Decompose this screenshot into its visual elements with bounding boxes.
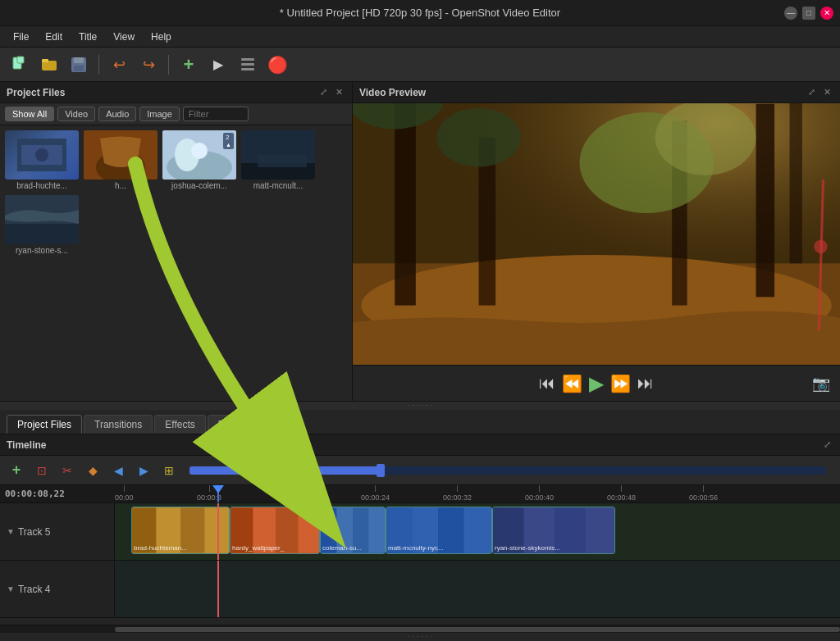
window-controls: — □ ✕ (784, 7, 833, 20)
svg-rect-8 (241, 63, 254, 66)
center-button[interactable]: ⊞ (158, 460, 180, 481)
media-item-joshua-label: joshua-colem... (162, 181, 236, 190)
rewind-button[interactable]: ⏪ (559, 372, 586, 395)
video-preview-header: Video Preview ⤢ ✕ (353, 82, 840, 103)
add-marker-button[interactable]: ◆ (81, 460, 104, 481)
new-button[interactable] (7, 52, 33, 78)
audio-tab[interactable]: Audio (98, 107, 136, 121)
timeline-header: Timeline ⤢ (0, 434, 840, 456)
project-files-panel: Project Files ⤢ ✕ Show All Video Audio I… (0, 82, 353, 401)
image-tab[interactable]: Image (139, 107, 180, 121)
window-title: * Untitled Project [HD 720p 30 fps] - Op… (280, 7, 560, 19)
playhead-triangle (212, 485, 224, 493)
tab-transitions[interactable]: Transitions (84, 415, 153, 434)
panel-expand-button[interactable]: ⤢ (317, 86, 330, 98)
magnetic-button[interactable]: ⊡ (30, 460, 53, 481)
preview-panel-controls: ⤢ ✕ (806, 86, 833, 98)
track-row-4: ▼ Track 4 (0, 561, 840, 618)
svg-rect-9 (241, 68, 254, 70)
open-button[interactable] (36, 52, 62, 78)
toolbar-sep-2 (168, 55, 169, 75)
video-preview-title: Video Preview (359, 87, 426, 98)
save-button[interactable] (66, 52, 92, 78)
video-tab[interactable]: Video (57, 107, 95, 121)
video-preview-panel: Video Preview ⤢ ✕ (353, 82, 840, 401)
project-files-header: Project Files ⤢ ✕ (0, 82, 352, 103)
timebar-ruler: 00:00 00:00:8 00:00:16 00:00:24 (115, 485, 840, 502)
timeline-expand-button[interactable]: ⤢ (821, 439, 833, 451)
clip-brad[interactable]: brad-huchteman... (131, 507, 230, 554)
add-clip-button[interactable]: + (176, 52, 202, 78)
media-item-brad-label: brad-huchte... (5, 181, 79, 190)
filter-bar: Show All Video Audio Image (0, 103, 352, 125)
scrollbar-thumb[interactable] (115, 627, 840, 632)
media-item-ryan[interactable]: ryan-stone-s... (5, 195, 79, 255)
play-button[interactable]: ▶ (586, 371, 607, 397)
clip-ryan[interactable]: ryan-stone-skykomis... (492, 507, 615, 554)
media-item-joshua[interactable]: 2▲ joshua-colem... (162, 130, 236, 190)
menu-file[interactable]: File (7, 30, 35, 44)
play-preview-button[interactable]: ▶ (205, 52, 231, 78)
track-4-arrow: ▼ (7, 584, 15, 593)
media-item-hardy[interactable]: h... (84, 130, 158, 190)
clip-matt[interactable]: matt-mcnulty-nyc... (386, 507, 492, 554)
track-4-name: Track 4 (18, 584, 51, 595)
media-item-brad[interactable]: brad-huchte... (5, 130, 79, 190)
close-button[interactable]: ✕ (820, 7, 833, 20)
panel-close-button[interactable]: ✕ (333, 86, 345, 98)
panel-header-controls: ⤢ ✕ (317, 86, 345, 98)
minimize-button[interactable]: — (784, 7, 797, 20)
tab-effects[interactable]: Effects (154, 415, 205, 434)
preview-close-button[interactable]: ✕ (821, 86, 833, 98)
bottom-divider[interactable]: · · · · · · (0, 633, 840, 641)
track-5-arrow: ▼ (7, 527, 15, 536)
jump-start-button[interactable]: ⏮ (536, 372, 559, 394)
svg-rect-5 (74, 57, 84, 63)
clip-coleman[interactable]: coleman-su... (320, 507, 386, 554)
track-4-content[interactable] (115, 561, 840, 617)
cut-button[interactable]: ✂ (56, 460, 79, 481)
timeline-scrollbar[interactable] (0, 625, 840, 633)
undo-button[interactable]: ↩ (106, 52, 132, 78)
timeline-section: Timeline ⤢ + ⊡ ✂ ◆ ◀ ▶ ⊞ (0, 434, 840, 641)
media-item-hardy-label: h... (84, 181, 158, 190)
fast-forward-button[interactable]: ⏩ (607, 372, 634, 395)
track-5-content[interactable]: brad-huchteman... (115, 503, 840, 560)
menu-view[interactable]: View (107, 30, 141, 44)
toolbar: ↩ ↪ + ▶ 🔴 (0, 48, 840, 82)
track-5-name: Track 5 (18, 526, 51, 538)
bottom-tabs: Project Files Transitions Effects Emojis (0, 410, 840, 434)
timeline-toolbar: + ⊡ ✂ ◆ ◀ ▶ ⊞ (0, 456, 840, 485)
preview-expand-button[interactable]: ⤢ (806, 86, 818, 98)
timeline-timebar: 00:00:08,22 00:00 00:00:8 00:00:16 (0, 485, 840, 503)
filter-input[interactable] (183, 107, 249, 121)
top-bottom-divider[interactable]: · · · · · · (0, 402, 840, 410)
media-item-matt[interactable]: matt-mcnult... (241, 130, 315, 190)
svg-point-12 (35, 148, 48, 161)
next-marker-button[interactable]: ▶ (132, 460, 155, 481)
clip-hardy[interactable]: hardy_wallpaper_ (230, 507, 320, 554)
jump-end-button[interactable]: ⏭ (634, 372, 657, 394)
tab-project-files[interactable]: Project Files (7, 415, 82, 434)
timeline-title: Timeline (7, 439, 46, 451)
track-4-label: ▼ Track 4 (0, 561, 115, 617)
media-item-ryan-label: ryan-stone-s... (5, 246, 79, 255)
show-all-tab[interactable]: Show All (5, 107, 54, 121)
maximize-button[interactable]: □ (802, 7, 815, 20)
preferences-button[interactable] (235, 52, 261, 78)
tab-emojis[interactable]: Emojis (208, 415, 258, 434)
svg-rect-28 (395, 103, 416, 306)
add-track-button[interactable]: + (5, 460, 28, 481)
svg-rect-6 (74, 66, 84, 71)
transport-wrapper: ⏮ ⏪ ▶ ⏩ ⏭ 📷 (353, 371, 840, 397)
redo-button[interactable]: ↪ (135, 52, 162, 78)
record-button[interactable]: 🔴 (264, 52, 290, 78)
menu-edit[interactable]: Edit (39, 30, 69, 44)
prev-marker-button[interactable]: ◀ (107, 460, 130, 481)
preview-image (353, 103, 840, 365)
screenshot-button[interactable]: 📷 (812, 375, 830, 393)
svg-rect-7 (241, 58, 254, 61)
menu-help[interactable]: Help (144, 30, 178, 44)
svg-point-38 (814, 240, 827, 253)
menu-title[interactable]: Title (72, 30, 103, 44)
